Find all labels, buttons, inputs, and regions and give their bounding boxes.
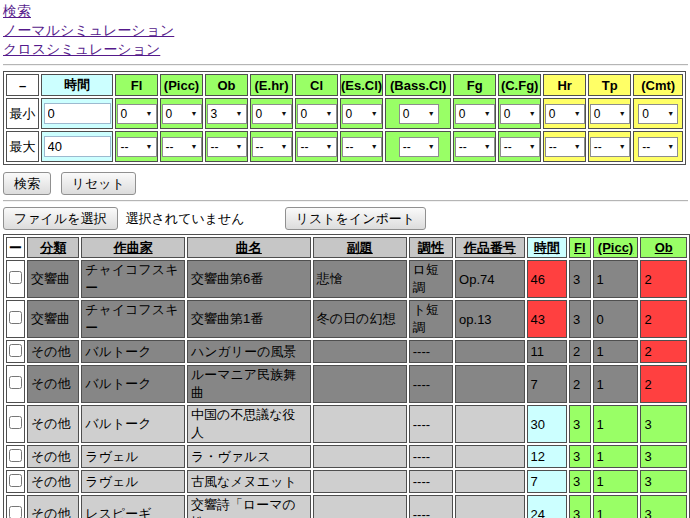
filter-header-row: –時間Fl(Picc)Ob(E.hr)Cl(Es.Cl)(Bass.Cl)Fg(… bbox=[6, 74, 683, 96]
results-header-opus: 作品番号 bbox=[455, 237, 525, 258]
search-button[interactable]: 検索 bbox=[3, 172, 51, 195]
min-select-(Picc)[interactable]: 0▼ bbox=[162, 104, 202, 124]
filter-time-max-cell bbox=[41, 131, 113, 162]
sort-link-opus[interactable]: 作品番号 bbox=[464, 240, 516, 255]
cell-time: 11 bbox=[527, 340, 568, 363]
sort-link-key[interactable]: 調性 bbox=[418, 240, 444, 255]
min-select-(Bass.Cl)[interactable]: 0▼ bbox=[399, 104, 439, 124]
filter-min-label: 最小 bbox=[6, 98, 39, 129]
cell-category: その他 bbox=[27, 405, 79, 443]
cell-subtitle bbox=[313, 495, 407, 518]
link-cross-simulation[interactable]: クロスシミュレーション bbox=[3, 40, 160, 59]
row-select-cell bbox=[6, 470, 25, 493]
import-list-button[interactable]: リストをインポート bbox=[285, 207, 426, 230]
filter-max-cell-Tp: --▼ bbox=[588, 131, 631, 162]
max-select-Ob[interactable]: --▼ bbox=[207, 137, 247, 157]
sort-link-time[interactable]: 時間 bbox=[534, 240, 560, 255]
cell-key: ト短調 bbox=[409, 300, 453, 338]
min-select-(C.Fg)[interactable]: 0▼ bbox=[500, 104, 540, 124]
cell-subtitle: 悲愴 bbox=[313, 260, 407, 298]
row-select-checkbox[interactable] bbox=[9, 474, 22, 487]
max-select-Fl[interactable]: --▼ bbox=[117, 137, 157, 157]
filter-min-cell-Tp: 0▼ bbox=[588, 98, 631, 129]
max-select-(C.Fg)[interactable]: --▼ bbox=[500, 137, 540, 157]
cell-fl: 3 bbox=[569, 405, 590, 443]
filter-min-cell-Hr: 0▼ bbox=[543, 98, 586, 129]
cell-title: 交響曲第1番 bbox=[187, 300, 311, 338]
cell-opus bbox=[455, 470, 525, 493]
results-header-composer: 作曲家 bbox=[81, 237, 185, 258]
sort-link-picc[interactable]: (Picc) bbox=[598, 240, 633, 255]
sort-link-title[interactable]: 曲名 bbox=[236, 240, 262, 255]
time-max-input[interactable] bbox=[44, 136, 111, 157]
row-select-checkbox[interactable] bbox=[9, 271, 22, 284]
filter-col-header-Tp: Tp bbox=[588, 74, 631, 96]
max-select-(Cmt)[interactable]: --▼ bbox=[638, 137, 678, 157]
cell-opus bbox=[455, 405, 525, 443]
cell-opus bbox=[455, 495, 525, 518]
sort-link-subtitle[interactable]: 副題 bbox=[347, 240, 373, 255]
cell-ob: 3 bbox=[640, 495, 687, 518]
results-header-subtitle: 副題 bbox=[313, 237, 407, 258]
min-select-Ob[interactable]: 3▼ bbox=[207, 104, 247, 124]
row-select-checkbox[interactable] bbox=[9, 449, 22, 462]
link-normal-simulation[interactable]: ノーマルシミュレーション bbox=[3, 21, 174, 40]
sort-link-category[interactable]: 分類 bbox=[40, 240, 66, 255]
cell-opus bbox=[455, 340, 525, 363]
cell-subtitle bbox=[313, 365, 407, 403]
filter-min-cell-(Picc): 0▼ bbox=[160, 98, 203, 129]
cell-time: 7 bbox=[527, 365, 568, 403]
results-header-fl: Fl bbox=[569, 237, 590, 258]
sort-link-composer[interactable]: 作曲家 bbox=[114, 240, 153, 255]
top-navigation: 検索 ノーマルシミュレーション クロスシミュレーション bbox=[3, 2, 690, 59]
min-select-(E.hr)[interactable]: 0▼ bbox=[252, 104, 292, 124]
max-select-(E.hr)[interactable]: --▼ bbox=[252, 137, 292, 157]
min-select-Hr[interactable]: 0▼ bbox=[545, 104, 585, 124]
dropdown-arrow-icon: ▼ bbox=[191, 110, 198, 117]
min-select-Tp[interactable]: 0▼ bbox=[590, 104, 630, 124]
cell-title: 中国の不思議な役人 bbox=[187, 405, 311, 443]
results-header-row: ー分類作曲家曲名副題調性作品番号時間Fl(Picc)Ob bbox=[6, 237, 687, 258]
min-select-Fg[interactable]: 0▼ bbox=[455, 104, 495, 124]
dropdown-arrow-icon: ▼ bbox=[371, 110, 378, 117]
import-bar: ファイルを選択 選択されていません リストをインポート bbox=[3, 207, 690, 230]
min-select-(Cmt)[interactable]: 0▼ bbox=[638, 104, 678, 124]
dropdown-arrow-icon: ▼ bbox=[667, 110, 674, 117]
row-select-checkbox[interactable] bbox=[9, 416, 22, 429]
filter-min-cell-(C.Fg): 0▼ bbox=[498, 98, 541, 129]
max-select-Fg[interactable]: --▼ bbox=[455, 137, 495, 157]
filter-min-cell-Fl: 0▼ bbox=[115, 98, 158, 129]
cell-subtitle bbox=[313, 445, 407, 468]
dropdown-arrow-icon: ▼ bbox=[529, 143, 536, 150]
filter-max-cell-(C.Fg): --▼ bbox=[498, 131, 541, 162]
min-select-Fl[interactable]: 0▼ bbox=[117, 104, 157, 124]
sort-link-ob[interactable]: Ob bbox=[655, 240, 673, 255]
max-select-(Picc)[interactable]: --▼ bbox=[162, 137, 202, 157]
filter-max-cell-(Es.Cl): --▼ bbox=[340, 131, 383, 162]
max-select-(Bass.Cl)[interactable]: --▼ bbox=[399, 137, 439, 157]
row-select-cell bbox=[6, 495, 25, 518]
max-select-Hr[interactable]: --▼ bbox=[545, 137, 585, 157]
row-select-checkbox[interactable] bbox=[9, 506, 22, 518]
row-select-checkbox[interactable] bbox=[9, 376, 22, 389]
filter-max-label: 最大 bbox=[6, 131, 39, 162]
choose-file-button[interactable]: ファイルを選択 bbox=[3, 207, 118, 230]
min-select-(Es.Cl)[interactable]: 0▼ bbox=[342, 104, 382, 124]
results-table: ー分類作曲家曲名副題調性作品番号時間Fl(Picc)Ob交響曲チャイコフスキー交… bbox=[3, 234, 690, 518]
dropdown-arrow-icon: ▼ bbox=[428, 110, 435, 117]
cell-title: 交響曲第6番 bbox=[187, 260, 311, 298]
results-header-title: 曲名 bbox=[187, 237, 311, 258]
time-min-input[interactable] bbox=[44, 103, 111, 124]
cell-key: ---- bbox=[409, 365, 453, 403]
cell-category: その他 bbox=[27, 495, 79, 518]
min-select-Cl[interactable]: 0▼ bbox=[297, 104, 337, 124]
filter-max-cell-Fl: --▼ bbox=[115, 131, 158, 162]
sort-link-fl[interactable]: Fl bbox=[574, 240, 586, 255]
link-search[interactable]: 検索 bbox=[3, 2, 31, 21]
max-select-Tp[interactable]: --▼ bbox=[590, 137, 630, 157]
row-select-checkbox[interactable] bbox=[9, 311, 22, 324]
max-select-Cl[interactable]: --▼ bbox=[297, 137, 337, 157]
max-select-(Es.Cl)[interactable]: --▼ bbox=[342, 137, 382, 157]
reset-button[interactable]: リセット bbox=[61, 172, 136, 195]
row-select-checkbox[interactable] bbox=[9, 344, 22, 357]
